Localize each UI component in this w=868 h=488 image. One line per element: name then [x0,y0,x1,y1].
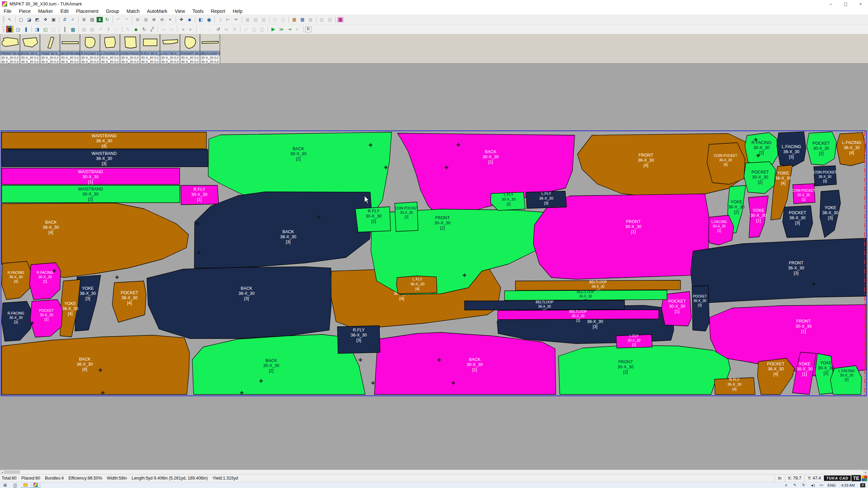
library-size-row[interactable]: 30-X_30 0,0 [160,55,180,59]
library-size-row[interactable]: 30-X_30 0,0 [80,55,100,59]
task-view-button[interactable]: ◫ [10,482,20,488]
snapshot-icon[interactable]: ▭ [168,26,175,33]
tile-pieces-icon[interactable]: ▞ [149,26,156,33]
menu-report[interactable]: Report [207,8,229,14]
piece-rfacing-36-x-30-3[interactable]: R.FACING36-X_30[3] [2,301,32,341]
zoom-window-icon[interactable]: ◎ [142,16,150,23]
import-marker-icon[interactable]: ◩ [34,16,41,23]
marker-colors-icon[interactable]: ▆ [6,26,14,33]
run-to-end-icon[interactable]: ⇥ [286,26,293,33]
piece-yoke-36-x-30-3[interactable]: YOKE36-X_30[3] [820,190,841,238]
grid-check-a-icon[interactable]: ▥ [318,16,326,23]
marker-workspace[interactable]: WAISTBAND36-X_30[4]WAISTBAND36-X_30[3]WA… [0,64,868,470]
slide-down-icon[interactable]: ↓ [206,26,214,33]
library-size-row[interactable]: 36-X_30 0,0 [160,59,180,63]
pair-a-icon[interactable]: ◫ [250,26,258,33]
marker-info-icon[interactable]: ◧ [197,16,204,23]
zoom-full-icon[interactable]: ⌖ [166,16,174,23]
menu-group[interactable]: Group [102,8,123,14]
library-size-row[interactable]: 30-X_30 0,0 [100,55,120,59]
piece-rfacing-30-x-30-1[interactable]: R.FACING30-X_30[1] [29,263,61,300]
nudge-right-icon[interactable]: ► [187,26,195,33]
pair-left-icon[interactable]: ◰ [271,16,279,23]
lift-tool-icon[interactable]: ⇞ [105,26,112,33]
piece-coin-pocket-30-x-30-2[interactable]: COIN POCKET30-X_30[2] [395,202,418,231]
menu-automark[interactable]: AutoMark [143,8,171,14]
pair-b-icon[interactable]: ◫ [258,26,266,33]
marker-canvas[interactable]: WAISTBAND36-X_30[4]WAISTBAND36-X_30[3]WA… [0,64,868,470]
piece-rfly-30-x-30-2[interactable]: R.FLY30-X_30[2] [355,207,391,232]
network-icon[interactable]: ▭ [819,482,824,488]
save-marker-icon[interactable]: ▣ [50,16,57,23]
fabric-grid-icon[interactable]: ▦ [291,16,298,23]
menu-help[interactable]: Help [229,8,246,14]
notification-center-icon[interactable]: ☰ [860,483,865,487]
undo-icon[interactable]: ↶ [115,16,122,23]
rotate-ccw-icon[interactable]: ↺ [215,26,222,33]
piece-front-30-x-30-2[interactable]: FRONT30-X_30[2] [558,345,730,394]
menu-file[interactable]: File [0,8,15,14]
library-size-row[interactable]: 36-X_30 0,0 [40,59,60,63]
library-size-row[interactable]: 30-X_30 0,0 [60,55,80,59]
swap-piece-icon[interactable]: ↻ [140,26,148,33]
piece-copy-icon[interactable]: ▢ [50,26,57,33]
run-step-icon[interactable]: ≫ [278,26,285,33]
grid-light-icon[interactable]: ▩ [307,16,314,23]
library-piece-pocket[interactable]: POCKET 30-30-X_30 0,036-X_30 0,0 [180,34,200,63]
overlap-check-icon[interactable]: ▱ [242,26,250,33]
dot-grid-icon[interactable]: ∷ [113,26,120,33]
match-remove-icon[interactable]: ▨ [260,16,268,23]
close-button[interactable]: × [853,0,868,8]
select-pointer-icon[interactable]: ↖ [6,16,14,23]
menu-edit[interactable]: Edit [57,8,72,14]
maximize-button[interactable]: ▢ [838,0,853,8]
rotate-r-button[interactable]: R [305,26,311,32]
flip-vertical-icon[interactable]: ⇵ [231,26,238,33]
excel-export-icon[interactable]: X [97,17,103,22]
menu-tools[interactable]: Tools [189,8,208,14]
split-view-icon[interactable]: ║ [61,26,68,33]
library-piece-coinpocket[interactable]: COIN POCK30-X_30 0,036-X_30 0,0 [120,34,140,63]
context-help-pointer-icon[interactable]: ◆ [186,16,193,23]
library-piece-beltloop[interactable]: BELTLOOP 330-X_30 0,036-X_30 0,0 [200,34,220,63]
library-size-row[interactable]: 36-X_30 0,0 [100,59,120,63]
piece-pocket-36-x-30-3[interactable]: POCKET36-X_30[3] [692,285,709,331]
piece-rfly-30-x-30-1[interactable]: R.FLY30-X_30[1] [181,185,219,205]
area-move-icon[interactable]: ▨ [88,26,96,33]
grid-check-b-icon[interactable]: ▤ [326,16,334,23]
area-select-icon[interactable]: ▧ [80,26,88,33]
library-size-row[interactable]: 36-X_30 0,0 [120,59,140,63]
flip-horizontal-icon[interactable]: ⇋ [223,26,230,33]
library-size-row[interactable]: 36-X_30 0,0 [80,59,100,63]
piece-rfacing-36-x-30-4[interactable]: R.FACING36-X_30[4] [2,261,31,300]
horizontal-scrollbar[interactable]: ◄ ► [0,470,868,474]
taskbar-language[interactable]: ENG [828,483,836,487]
piece-pocket-30-x-30-2[interactable]: POCKET30-X_30[2] [807,132,836,165]
library-piece-yoke[interactable]: YOKE 30-X_30-X_30 0,036-X_30 0,0 [40,34,60,63]
world-info-icon[interactable]: ◉ [205,16,213,23]
piece-bundle-icon[interactable]: ◱ [42,26,49,33]
piece-info-icon[interactable]: ◨ [34,26,41,33]
library-size-row[interactable]: 36-X_30 0,0 [60,59,80,63]
cut-tool-icon[interactable]: ✂ [233,16,240,23]
refresh-icon[interactable]: ↻ [103,16,111,23]
library-piece-front[interactable]: FRONT 30-X30-X_30 0,036-X_30 0,0 [0,34,20,63]
menu-view[interactable]: View [171,8,189,14]
piece-pocket-36-x-30-3[interactable]: POCKET36-X_30[3] [783,206,813,238]
piece-lfacing-36-x-30-3[interactable]: L.FACING36-X_30[3] [777,132,806,166]
fill-piece-icon[interactable]: ◆ [132,26,140,33]
scroll-left-button[interactable]: ◄ [0,470,4,474]
library-size-row[interactable]: 30-X_30 0,0 [120,55,140,59]
pair-right-icon[interactable]: ◱ [279,16,287,23]
zoom-out-icon[interactable]: ⊖ [158,16,166,23]
piece-coin-pocket-36-x-30-4[interactable]: COIN POCKET36-X_30[4] [707,143,745,184]
erase-tool-icon[interactable]: ✎ [124,26,132,33]
scroll-thumb[interactable] [4,470,20,474]
library-size-row[interactable]: 36-X_30 0,0 [20,59,40,63]
match-add-icon[interactable]: ▧ [252,16,259,23]
piece-lfly-30-x-30-2[interactable]: L.FLY30-X_30[2] [491,192,525,210]
measure-tool-icon[interactable]: ╞ [216,16,224,23]
library-size-row[interactable]: 30-X_30 0,0 [180,55,200,59]
redo-icon[interactable]: ↷ [123,16,130,23]
slide-up-icon[interactable]: ↑ [198,26,206,33]
